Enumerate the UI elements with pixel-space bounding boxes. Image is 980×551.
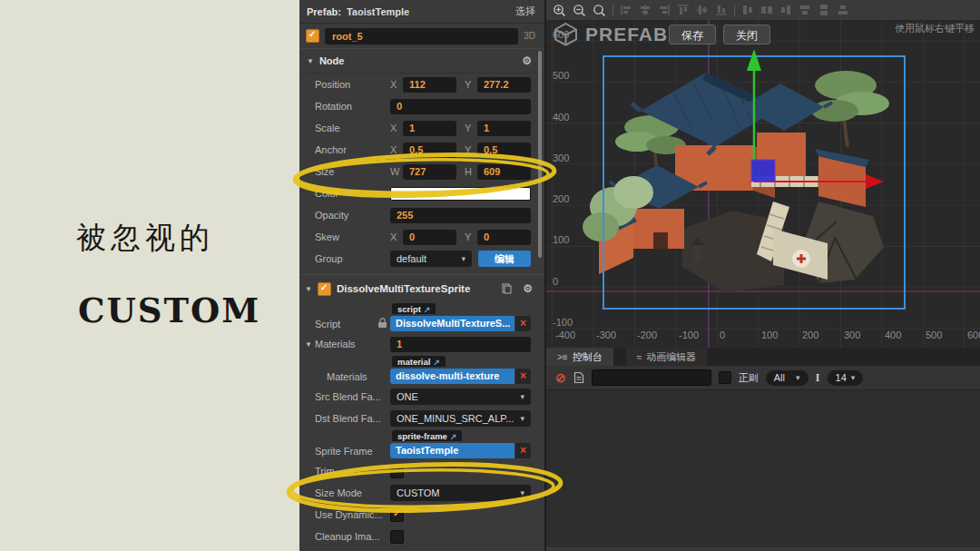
node-name-input[interactable]: root_5 bbox=[325, 28, 518, 44]
ruler-x-label: 400 bbox=[885, 330, 901, 340]
distribute-middle-icon[interactable] bbox=[818, 4, 830, 16]
remove-asset-button[interactable]: × bbox=[515, 316, 531, 331]
clear-console-icon[interactable] bbox=[555, 370, 566, 385]
external-link-icon[interactable] bbox=[424, 305, 431, 314]
log-level-dropdown[interactable]: All bbox=[766, 370, 808, 386]
collapse-triangle-icon[interactable] bbox=[307, 57, 314, 65]
gizmo-origin-cube[interactable] bbox=[751, 160, 775, 182]
materials-count-input[interactable]: 1 bbox=[390, 337, 531, 352]
collapse-triangle-icon[interactable] bbox=[305, 285, 312, 293]
log-file-icon[interactable] bbox=[573, 371, 584, 384]
gear-icon[interactable] bbox=[523, 282, 533, 295]
console-filter-input[interactable] bbox=[592, 369, 711, 386]
distribute-right-icon[interactable] bbox=[779, 4, 792, 16]
align-middle-icon[interactable] bbox=[696, 4, 709, 16]
scene-view-panel: 600 500 400 300 200 100 0 -100 -400 -300… bbox=[544, 0, 980, 348]
material-asset-field[interactable]: dissolve-multi-texture bbox=[390, 369, 514, 384]
size-mode-dropdown[interactable]: CUSTOM bbox=[390, 485, 531, 501]
script-asset-tag: script bbox=[392, 303, 436, 314]
sprite-frame-asset-field[interactable]: TaoistTemple bbox=[390, 443, 514, 458]
anchor-x-input[interactable]: 0.5 bbox=[403, 143, 456, 158]
component-enabled-checkbox[interactable] bbox=[318, 282, 331, 296]
color-swatch[interactable] bbox=[390, 187, 531, 201]
src-blend-value: ONE bbox=[397, 391, 520, 402]
script-asset-field[interactable]: DissolveMultiTextureS... bbox=[390, 316, 514, 331]
zoom-out-icon[interactable] bbox=[573, 4, 586, 17]
remove-asset-button[interactable]: × bbox=[515, 443, 531, 458]
tab-animation-editor[interactable]: 动画编辑器 bbox=[626, 348, 708, 366]
skew-x-input[interactable]: 0 bbox=[403, 230, 456, 245]
script-tag-row: script bbox=[299, 302, 544, 314]
component-header[interactable]: DissolveMultiTextureSprite bbox=[299, 274, 544, 302]
w-axis-label: W bbox=[390, 166, 403, 177]
skew-row: Skew X 0 Y 0 bbox=[299, 226, 544, 248]
distribute-bottom-icon[interactable] bbox=[837, 4, 849, 16]
align-right-icon[interactable] bbox=[658, 4, 671, 16]
3d-badge[interactable]: 3D bbox=[524, 31, 535, 41]
node-active-checkbox[interactable] bbox=[306, 29, 319, 43]
align-bottom-icon[interactable] bbox=[715, 4, 728, 16]
regex-checkbox[interactable] bbox=[719, 371, 731, 384]
gear-icon[interactable] bbox=[522, 54, 532, 67]
group-dropdown[interactable]: default bbox=[390, 251, 472, 267]
trim-checkbox[interactable] bbox=[390, 465, 404, 478]
skew-y-input[interactable]: 0 bbox=[477, 230, 531, 245]
opacity-input[interactable]: 255 bbox=[390, 208, 531, 223]
position-y-input[interactable]: 277.2 bbox=[477, 77, 531, 93]
chevron-down-icon bbox=[461, 254, 466, 263]
anchor-y-input[interactable]: 0.5 bbox=[477, 143, 531, 158]
prefab-header: Prefab: TaoistTemple 选择 bbox=[299, 0, 544, 24]
rotation-input[interactable]: 0 bbox=[390, 99, 531, 114]
gizmo-y-arrowhead[interactable] bbox=[747, 49, 761, 71]
anchor-label: Anchor bbox=[315, 144, 390, 155]
size-h-input[interactable]: 609 bbox=[477, 164, 531, 180]
src-blend-dropdown[interactable]: ONE bbox=[390, 389, 531, 405]
group-edit-button[interactable]: 编辑 bbox=[478, 251, 531, 267]
dst-blend-dropdown[interactable]: ONE_MINUS_SRC_ALP... bbox=[390, 410, 531, 427]
materials-label: Materials bbox=[315, 339, 390, 349]
chevron-down-icon bbox=[520, 414, 524, 423]
y-axis-label: Y bbox=[465, 144, 477, 155]
external-link-icon[interactable] bbox=[433, 358, 440, 367]
align-left-icon[interactable] bbox=[620, 4, 632, 16]
scale-x-input[interactable]: 1 bbox=[403, 121, 456, 136]
save-button[interactable]: 保存 bbox=[669, 25, 716, 44]
select-link[interactable]: 选择 bbox=[515, 5, 535, 18]
ruler-x-label: 200 bbox=[802, 330, 818, 340]
close-button[interactable]: 关闭 bbox=[723, 25, 770, 44]
node-section-header[interactable]: Node bbox=[299, 48, 544, 74]
size-w-input[interactable]: 727 bbox=[403, 164, 456, 180]
ruler-x-label: 500 bbox=[926, 330, 942, 340]
trim-label: Trim bbox=[315, 466, 390, 477]
sprite-frame-label: Sprite Frame bbox=[315, 446, 390, 457]
distribute-top-icon[interactable] bbox=[799, 4, 811, 16]
zoom-reset-icon[interactable] bbox=[593, 4, 606, 17]
y-axis-label: Y bbox=[465, 79, 477, 90]
script-label: Script bbox=[315, 319, 378, 330]
docs-icon[interactable] bbox=[502, 283, 512, 294]
align-top-icon[interactable] bbox=[677, 4, 690, 16]
scene-toolbar bbox=[546, 0, 980, 21]
use-dynamic-checkbox[interactable] bbox=[390, 508, 404, 522]
distribute-center-h-icon[interactable] bbox=[760, 4, 773, 16]
external-link-icon[interactable] bbox=[450, 432, 457, 441]
remove-asset-button[interactable]: × bbox=[515, 369, 531, 384]
app-root: 被忽视的 CUSTOM Prefab: TaoistTemple 选择 root… bbox=[0, 0, 980, 551]
position-x-input[interactable]: 112 bbox=[403, 77, 456, 93]
cleanup-checkbox[interactable] bbox=[390, 530, 404, 544]
size-row: Size W 727 H 609 bbox=[299, 161, 544, 182]
scale-y-input[interactable]: 1 bbox=[477, 121, 531, 136]
tab-console[interactable]: 控制台 bbox=[546, 348, 613, 366]
gizmo-x-arrowhead[interactable] bbox=[866, 174, 884, 189]
toolbar-divider bbox=[734, 5, 735, 15]
zoom-in-icon[interactable] bbox=[553, 4, 566, 17]
scene-canvas[interactable] bbox=[546, 20, 980, 348]
materials-header-row: Materials 1 bbox=[299, 333, 544, 355]
color-row: Color bbox=[299, 182, 544, 204]
font-size-dropdown[interactable]: 14 bbox=[828, 370, 864, 386]
inspector-scrollbar[interactable] bbox=[538, 51, 542, 258]
rotation-row: Rotation 0 bbox=[299, 95, 544, 117]
collapse-triangle-icon[interactable] bbox=[305, 340, 315, 349]
align-center-h-icon[interactable] bbox=[639, 4, 652, 16]
distribute-left-icon[interactable] bbox=[741, 4, 754, 16]
